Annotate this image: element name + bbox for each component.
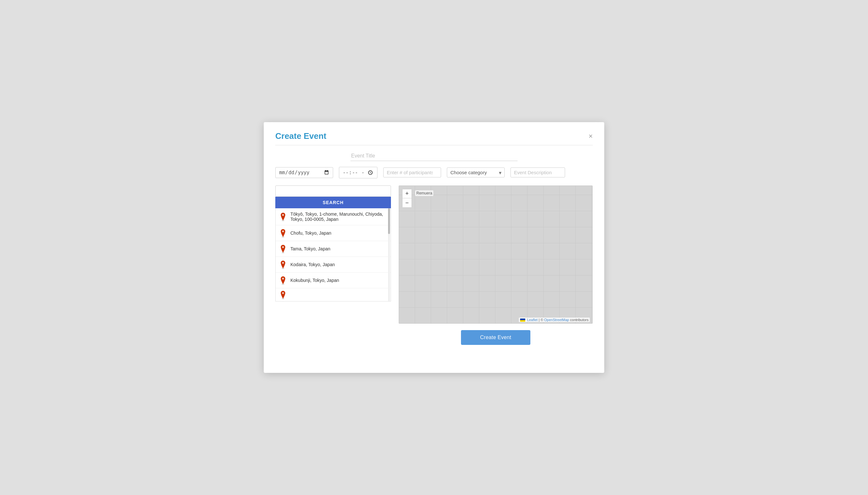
participants-input[interactable] (383, 168, 441, 177)
category-select[interactable]: Choose category Sports Music Technology … (447, 168, 505, 177)
participants-field (383, 168, 441, 177)
description-field (511, 168, 565, 177)
time-field (339, 167, 377, 178)
result-text-1: Tōkyō, Tokyo, 1-chome, Marunouchi, Chiyo… (290, 211, 387, 222)
result-text-5: Kokubunji, Tokyo, Japan (290, 278, 339, 283)
result-item-4[interactable]: Kodaira, Tokyo, Japan (276, 257, 391, 273)
svg-point-3 (282, 230, 284, 232)
osm-link[interactable]: OpenStreetMap (544, 318, 569, 322)
create-event-modal: Create Event × Choose category Sports Mu… (264, 122, 604, 373)
modal-header: Create Event × (275, 131, 593, 141)
map-contributors: contributors (570, 318, 588, 322)
main-content: Tokyo SEARCH Tōkyō, Tokyo, 1-chome, Maru… (275, 186, 593, 345)
map-zoom-controls: + − (402, 189, 412, 208)
svg-point-11 (282, 292, 284, 294)
svg-point-9 (282, 277, 284, 279)
svg-point-5 (282, 246, 284, 248)
fields-row: Choose category Sports Music Technology … (275, 167, 593, 178)
description-input[interactable] (511, 168, 565, 177)
location-search-input[interactable]: Tokyo (275, 186, 391, 197)
pin-icon-3 (280, 244, 286, 253)
pin-icon-6 (280, 290, 286, 299)
leaflet-link[interactable]: Leaflet (527, 318, 538, 322)
scrollbar-track (388, 208, 390, 301)
svg-point-1 (282, 214, 284, 216)
search-button[interactable]: SEARCH (275, 197, 391, 208)
result-item-2[interactable]: Chofu, Tokyo, Japan (276, 225, 391, 241)
result-text-2: Chofu, Tokyo, Japan (290, 231, 331, 236)
result-item-6[interactable] (276, 288, 391, 301)
title-row (275, 151, 593, 161)
date-input[interactable] (275, 167, 333, 178)
map-tiles (399, 186, 592, 323)
result-item-5[interactable]: Kokubunji, Tokyo, Japan (276, 273, 391, 288)
map-panel: + − Remuera Leaflet | © OpenStreetMap co… (398, 186, 593, 345)
pin-icon-4 (280, 260, 286, 269)
event-title-input[interactable] (351, 151, 517, 161)
zoom-in-button[interactable]: + (403, 189, 411, 198)
map-location-label: Remuera (415, 190, 433, 196)
zoom-out-button[interactable]: − (403, 198, 411, 207)
close-button[interactable]: × (588, 133, 593, 140)
map-attribution: Leaflet | © OpenStreetMap contributors (519, 318, 590, 322)
pin-icon-5 (280, 276, 286, 285)
time-input[interactable] (339, 167, 377, 178)
pin-icon-1 (280, 212, 286, 221)
result-text-3: Tama, Tokyo, Japan (290, 246, 330, 251)
create-event-button[interactable]: Create Event (461, 330, 531, 345)
create-event-row: Create Event (398, 330, 593, 345)
modal-title: Create Event (275, 131, 326, 141)
svg-point-7 (282, 262, 284, 263)
result-item-1[interactable]: Tōkyō, Tokyo, 1-chome, Marunouchi, Chiyo… (276, 208, 391, 225)
search-results-list: Tōkyō, Tokyo, 1-chome, Marunouchi, Chiyo… (275, 208, 391, 302)
scrollbar-thumb[interactable] (388, 208, 390, 234)
leaflet-flag (520, 319, 525, 322)
map-footer-separator: | © (539, 318, 544, 322)
map-container[interactable]: + − Remuera Leaflet | © OpenStreetMap co… (398, 186, 593, 324)
location-panel: Tokyo SEARCH Tōkyō, Tokyo, 1-chome, Maru… (275, 186, 391, 345)
category-field: Choose category Sports Music Technology … (447, 168, 505, 177)
header-divider (275, 145, 593, 145)
date-field (275, 167, 333, 178)
result-item-3[interactable]: Tama, Tokyo, Japan (276, 241, 391, 257)
pin-icon-2 (280, 228, 286, 238)
result-text-4: Kodaira, Tokyo, Japan (290, 262, 335, 267)
